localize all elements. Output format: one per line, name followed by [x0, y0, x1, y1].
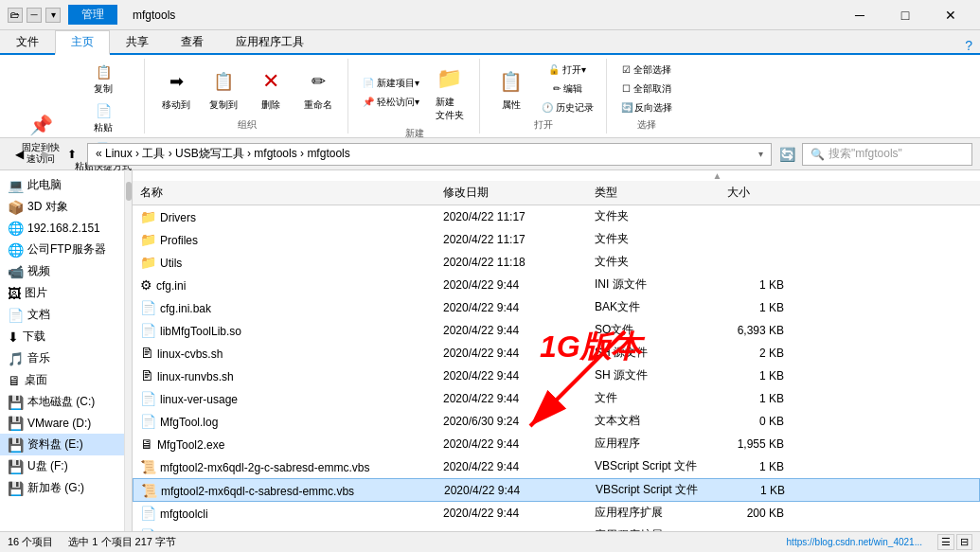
- sidebar-item-6[interactable]: 📄文档: [0, 304, 132, 326]
- main-content: 💻此电脑📦3D 对象🌐192.168.2.151🌐公司FTP服务器📹视频🖼图片📄…: [0, 170, 980, 531]
- sidebar-item-5[interactable]: 🖼图片: [0, 282, 132, 304]
- properties-button[interactable]: 📋 属性: [490, 63, 533, 115]
- tab-share[interactable]: 共享: [110, 30, 165, 53]
- sidebar-item-8[interactable]: 🎵音乐: [0, 347, 132, 369]
- easy-access-button[interactable]: 📌 轻松访问▾: [358, 94, 424, 111]
- view-controls[interactable]: ☰ ⊟: [937, 534, 972, 550]
- sidebar-item-11[interactable]: 💾VMware (D:): [0, 413, 132, 434]
- file-icon-7: 🖹: [140, 368, 153, 383]
- move-to-button[interactable]: ➡ 移动到: [154, 63, 198, 115]
- sidebar-item-1[interactable]: 📦3D 对象: [0, 196, 132, 218]
- sidebar-label-1: 3D 对象: [27, 199, 68, 215]
- tab-home[interactable]: 主页: [55, 30, 110, 55]
- back-button[interactable]: ◀: [8, 143, 30, 166]
- new-folder-button[interactable]: 📁 新建文件夹: [428, 61, 472, 125]
- file-row-14[interactable]: 📄MfgToolLib.dll 2020/4/22 9:44 应用程序扩展 2,…: [133, 525, 980, 531]
- file-row-11[interactable]: 📜mfgtool2-mx6qdl-2g-c-sabresd-emmc.vbs 2…: [133, 455, 980, 478]
- title-bar-icons: 🗁 ─ ▾: [8, 8, 61, 23]
- sidebar-item-2[interactable]: 🌐192.168.2.151: [0, 218, 132, 239]
- tab-app-tools[interactable]: 应用程序工具: [220, 30, 320, 53]
- file-size-0: [720, 215, 795, 219]
- sidebar-item-9[interactable]: 🖥桌面: [0, 369, 132, 391]
- sidebar-label-10: 本地磁盘 (C:): [27, 394, 95, 410]
- new-item-button[interactable]: 📄 新建项目▾: [358, 75, 424, 92]
- copy-to-icon: 📋: [208, 66, 239, 97]
- file-name-2: 📁Utils: [133, 253, 436, 272]
- file-row-2[interactable]: 📁Utils 2020/4/22 11:18 文件夹: [133, 251, 980, 274]
- sidebar-item-13[interactable]: 💾U盘 (F:): [0, 455, 132, 477]
- file-name-4: 📄cfg.ini.bak: [133, 298, 436, 317]
- detail-view-btn[interactable]: ⊟: [956, 534, 972, 550]
- sidebar-icon-1: 📦: [8, 200, 24, 215]
- file-row-1[interactable]: 📁Profiles 2020/4/22 11:17 文件夹: [133, 228, 980, 251]
- file-type-8: 文件: [587, 388, 720, 408]
- file-size-14: 2,192 KB: [720, 527, 795, 532]
- file-name-9: 📄MfgTool.log: [133, 412, 436, 431]
- select-all-button[interactable]: ☑ 全部选择: [616, 62, 678, 79]
- item-count: 16 个项目: [8, 535, 53, 549]
- file-date-5: 2020/4/22 9:44: [436, 322, 587, 339]
- file-date-7: 2020/4/22 9:44: [436, 367, 587, 384]
- ribbon-tabs: 文件 主页 共享 查看 应用程序工具 ?: [0, 30, 980, 55]
- file-size-3: 1 KB: [720, 276, 795, 294]
- sidebar-item-14[interactable]: 💾新加卷 (G:): [0, 477, 132, 499]
- close-button[interactable]: ✕: [929, 0, 972, 30]
- sidebar-icon-11: 💾: [8, 416, 24, 431]
- file-type-0: 文件夹: [587, 206, 720, 226]
- file-row-4[interactable]: 📄cfg.ini.bak 2020/4/22 9:44 BAK文件 1 KB: [133, 296, 980, 319]
- rename-button[interactable]: ✏ 重命名: [296, 63, 340, 115]
- sidebar-item-0[interactable]: 💻此电脑: [0, 174, 132, 196]
- sidebar-item-4[interactable]: 📹视频: [0, 260, 132, 282]
- window-controls[interactable]: ─ □ ✕: [838, 0, 972, 30]
- sidebar-label-13: U盘 (F:): [27, 458, 68, 474]
- file-row-12[interactable]: 📜mfgtool2-mx6qdl-c-sabresd-emmc.vbs 2020…: [133, 478, 980, 502]
- deselect-all-button[interactable]: ☐ 全部取消: [616, 80, 678, 98]
- file-row-3[interactable]: ⚙cfg.ini 2020/4/22 9:44 INI 源文件 1 KB: [133, 274, 980, 296]
- scroll-thumb[interactable]: [126, 182, 132, 201]
- refresh-button[interactable]: 🔄: [775, 143, 798, 166]
- search-box[interactable]: 🔍 搜索"mfgtools": [802, 143, 972, 166]
- file-row-13[interactable]: 📄mfgtoolcli 2020/4/22 9:44 应用程序扩展 200 KB: [133, 502, 980, 525]
- header-type[interactable]: 类型: [587, 183, 720, 203]
- file-row-10[interactable]: 🖥MfgTool2.exe 2020/4/22 9:44 应用程序 1,955 …: [133, 433, 980, 455]
- file-row-9[interactable]: 📄MfgTool.log 2020/6/30 9:24 文本文档 0 KB: [133, 410, 980, 433]
- header-name[interactable]: 名称: [133, 183, 436, 203]
- copy-to-button[interactable]: 📋 复制到: [202, 63, 245, 115]
- file-row-6[interactable]: 🖹linux-cvbs.sh 2020/4/22 9:44 SH 源文件 2 K…: [133, 342, 980, 365]
- sidebar-scrollbar[interactable]: [124, 170, 132, 531]
- minimize-button[interactable]: ─: [838, 0, 882, 30]
- up-button[interactable]: ⬆: [61, 143, 83, 166]
- sidebar-item-7[interactable]: ⬇下载: [0, 326, 132, 347]
- header-size[interactable]: 大小: [720, 183, 795, 203]
- sidebar-label-0: 此电脑: [27, 177, 62, 193]
- file-date-11: 2020/4/22 9:44: [436, 458, 587, 475]
- tab-view[interactable]: 查看: [165, 30, 220, 53]
- open-button[interactable]: 🔓 打开▾: [537, 62, 598, 79]
- maximize-button[interactable]: □: [883, 0, 927, 30]
- history-button[interactable]: 🕐 历史记录: [537, 99, 598, 116]
- edit-button[interactable]: ✏ 编辑: [537, 80, 598, 98]
- sidebar-item-12[interactable]: 💾资料盘 (E:): [0, 434, 132, 455]
- paste-button[interactable]: 📄 粘贴: [70, 99, 136, 136]
- sidebar-label-4: 视频: [27, 263, 50, 279]
- file-row-0[interactable]: 📁Drivers 2020/4/22 11:17 文件夹: [133, 205, 980, 228]
- sidebar-item-10[interactable]: 💾本地磁盘 (C:): [0, 391, 132, 413]
- address-input[interactable]: « Linux › 工具 › USB烧写工具 › mfgtools › mfgt…: [87, 143, 772, 166]
- file-row-7[interactable]: 🖹linux-runvbs.sh 2020/4/22 9:44 SH 源文件 1…: [133, 365, 980, 387]
- file-row-5[interactable]: 📄libMfgToolLib.so 2020/4/22 9:44 SO文件 6,…: [133, 319, 980, 342]
- list-view-btn[interactable]: ☰: [937, 534, 954, 550]
- invert-select-button[interactable]: 🔄 反向选择: [616, 99, 678, 116]
- forward-button[interactable]: ▶: [34, 143, 57, 166]
- help-icon[interactable]: ?: [965, 38, 972, 53]
- tab-file[interactable]: 文件: [0, 30, 55, 53]
- file-date-1: 2020/4/22 11:17: [436, 231, 587, 248]
- file-icon-6: 🖹: [140, 346, 153, 361]
- file-icon-12: 📜: [141, 483, 157, 498]
- file-row-8[interactable]: 📄linux-ver-usage 2020/4/22 9:44 文件 1 KB: [133, 387, 980, 410]
- delete-button[interactable]: ✕ 删除: [249, 63, 293, 115]
- properties-icon: 📋: [496, 66, 526, 97]
- file-type-13: 应用程序扩展: [587, 503, 720, 523]
- header-date[interactable]: 修改日期: [436, 183, 587, 203]
- copy-button[interactable]: 📋 复制: [70, 61, 136, 98]
- sidebar-item-3[interactable]: 🌐公司FTP服务器: [0, 239, 132, 260]
